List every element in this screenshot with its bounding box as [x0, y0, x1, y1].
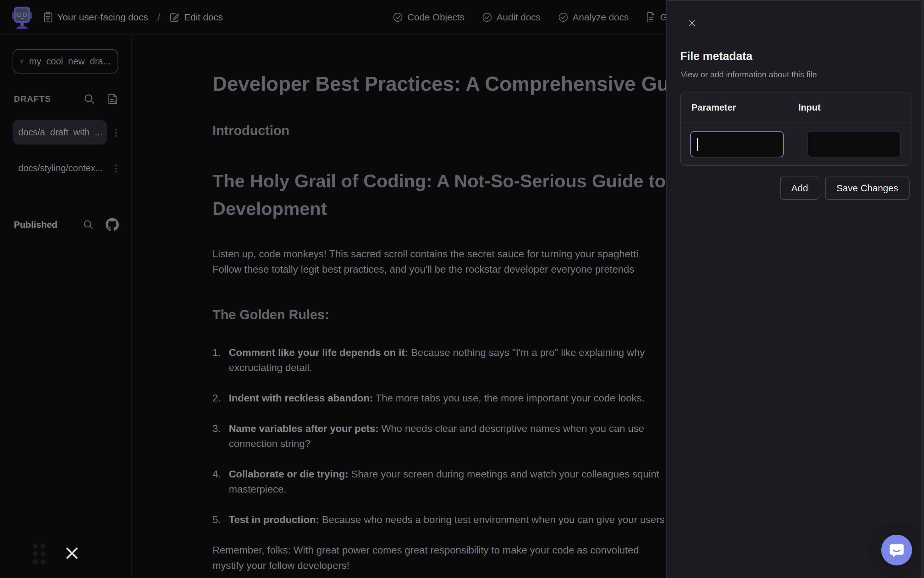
breadcrumb-doc-set-label: Your user-facing docs	[57, 12, 148, 23]
file-metadata-panel: File metadata View or add information ab…	[666, 0, 924, 578]
input-value-input[interactable]	[807, 131, 901, 157]
breadcrumb-current-label: Edit docs	[184, 12, 223, 23]
search-icon[interactable]	[83, 219, 94, 230]
check-circle-icon	[482, 12, 492, 22]
branch-selector-button[interactable]: my_cool_new_dra...	[13, 49, 118, 73]
draft-item-label[interactable]: docs/a_draft_with_...	[13, 120, 107, 144]
column-header-input: Input	[798, 102, 821, 113]
published-header: Published	[14, 218, 119, 231]
drafts-header: DRAFTS	[14, 93, 119, 105]
new-file-icon[interactable]	[107, 93, 119, 105]
check-circle-icon	[393, 12, 403, 22]
check-circle-icon	[558, 12, 568, 22]
drag-handle-icon[interactable]	[33, 544, 46, 564]
drafts-list: docs/a_draft_with_... ⋮ docs/styling/con…	[0, 120, 131, 180]
git-branch-icon	[20, 56, 24, 67]
nav-audit-docs[interactable]: Audit docs	[482, 12, 540, 23]
search-icon[interactable]	[84, 93, 95, 105]
branch-name-label: my_cool_new_dra...	[29, 56, 111, 67]
clipboard-icon	[43, 11, 53, 23]
text-cursor	[697, 138, 698, 151]
robot-logo-icon	[12, 5, 32, 29]
draft-item[interactable]: docs/styling/contex... ⋮	[13, 156, 122, 180]
panel-close-icon[interactable]	[685, 16, 699, 30]
panel-subtitle: View or add information about this file	[681, 70, 817, 80]
draft-item-label[interactable]: docs/styling/contex...	[13, 156, 107, 180]
close-icon[interactable]	[65, 546, 79, 560]
breadcrumb: Your user-facing docs / Edit docs	[43, 11, 223, 23]
draft-item[interactable]: docs/a_draft_with_... ⋮	[13, 120, 122, 144]
breadcrumb-separator: /	[158, 11, 160, 23]
metadata-table-row	[681, 123, 911, 165]
sidebar: my_cool_new_dra... DRAFTS docs/a_draft_w…	[0, 35, 132, 578]
nav-code-objects[interactable]: Code Objects	[393, 12, 465, 23]
nav-label: Code Objects	[407, 12, 465, 23]
nav-label: Analyze docs	[573, 12, 629, 23]
drafts-title: DRAFTS	[14, 94, 84, 104]
column-header-parameter: Parameter	[691, 102, 798, 113]
panel-title: File metadata	[680, 50, 752, 63]
nav-label: Audit docs	[496, 12, 540, 23]
metadata-table-header: Parameter Input	[681, 93, 911, 123]
breadcrumb-edit-docs[interactable]: Edit docs	[170, 12, 223, 23]
panel-actions: Add Save Changes	[780, 177, 909, 200]
edit-doc-icon	[170, 12, 180, 23]
save-changes-button[interactable]: Save Changes	[825, 177, 909, 200]
metadata-table: Parameter Input	[680, 92, 911, 166]
kebab-menu-icon[interactable]: ⋮	[109, 163, 122, 174]
chat-launcher-button[interactable]	[881, 535, 912, 565]
breadcrumb-doc-set[interactable]: Your user-facing docs	[43, 11, 148, 23]
add-button[interactable]: Add	[780, 177, 819, 200]
github-icon[interactable]	[106, 218, 119, 231]
published-title: Published	[14, 219, 83, 230]
intercom-chat-bubble-icon	[888, 542, 905, 558]
nav-analyze-docs[interactable]: Analyze docs	[558, 12, 629, 23]
document-icon	[646, 12, 656, 23]
kebab-menu-icon[interactable]: ⋮	[109, 127, 122, 138]
parameter-input[interactable]	[690, 131, 784, 157]
